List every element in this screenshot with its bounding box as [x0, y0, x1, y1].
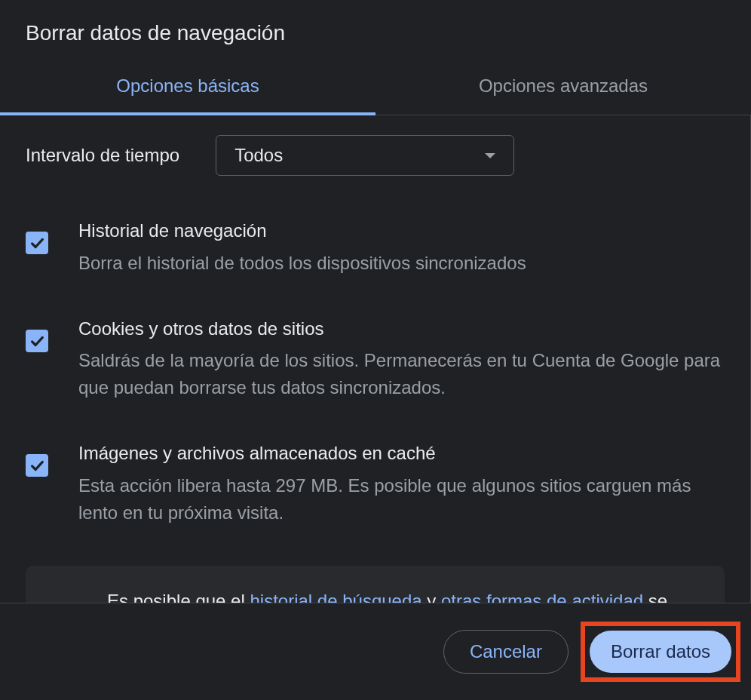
- tab-advanced[interactable]: Opciones avanzadas: [376, 59, 751, 115]
- google-account-info: Es posible que el historial de búsqueda …: [26, 566, 725, 603]
- tabs: Opciones básicas Opciones avanzadas: [0, 59, 751, 115]
- time-range-select[interactable]: Todos: [216, 135, 514, 176]
- time-range-label: Intervalo de tiempo: [26, 145, 179, 166]
- dialog-title: Borrar datos de navegación: [0, 0, 751, 59]
- clear-data-button[interactable]: Borrar datos: [590, 631, 731, 673]
- link-search-history[interactable]: historial de búsqueda: [250, 591, 421, 603]
- option-cache: Imágenes y archivos almacenados en caché…: [26, 441, 725, 527]
- highlight-annotation: Borrar datos: [581, 622, 740, 682]
- option-text: Cookies y otros datos de sitios Saldrás …: [78, 316, 725, 402]
- check-icon: [29, 333, 45, 349]
- option-cookies: Cookies y otros datos de sitios Saldrás …: [26, 316, 725, 402]
- info-mid: y: [422, 591, 441, 603]
- option-text: Imágenes y archivos almacenados en caché…: [78, 441, 725, 527]
- option-desc: Esta acción libera hasta 297 MB. Es posi…: [78, 472, 725, 527]
- checkbox-browsing-history[interactable]: [26, 232, 48, 254]
- checkbox-cache[interactable]: [26, 454, 48, 477]
- cancel-button[interactable]: Cancelar: [443, 630, 569, 674]
- option-text: Historial de navegación Borra el histori…: [78, 218, 725, 277]
- option-title: Historial de navegación: [78, 218, 725, 244]
- time-range-row: Intervalo de tiempo Todos: [26, 135, 725, 176]
- option-title: Cookies y otros datos de sitios: [78, 316, 725, 342]
- chevron-down-icon: [485, 153, 495, 158]
- time-range-value: Todos: [234, 145, 283, 166]
- option-browsing-history: Historial de navegación Borra el histori…: [26, 218, 725, 277]
- check-icon: [29, 457, 45, 474]
- clear-browsing-data-dialog: Borrar datos de navegación Opciones bási…: [0, 0, 751, 700]
- option-desc: Saldrás de la mayoría de los sitios. Per…: [78, 347, 725, 401]
- tab-basic[interactable]: Opciones básicas: [0, 59, 376, 115]
- check-icon: [29, 235, 45, 251]
- option-desc: Borra el historial de todos los disposit…: [78, 250, 725, 277]
- link-other-activity[interactable]: otras formas de actividad: [441, 591, 643, 603]
- option-title: Imágenes y archivos almacenados en caché: [78, 441, 725, 466]
- checkbox-cookies[interactable]: [26, 330, 48, 352]
- info-pre: Es posible que el: [107, 591, 250, 603]
- dialog-footer: Cancelar Borrar datos: [0, 603, 751, 700]
- info-text: Es posible que el historial de búsqueda …: [107, 587, 699, 603]
- dialog-content: Intervalo de tiempo Todos Historial de n…: [0, 115, 751, 603]
